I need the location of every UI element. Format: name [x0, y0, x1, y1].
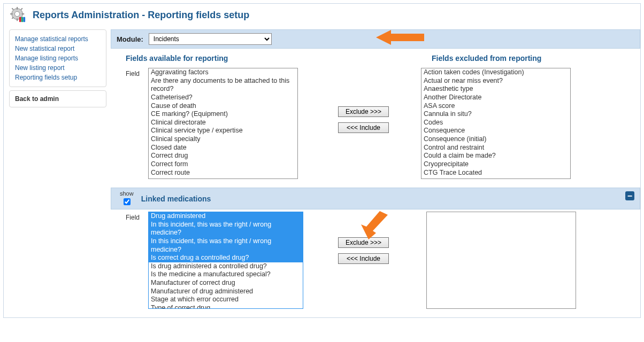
list-item[interactable]: Is the medicine a manufactured special?	[149, 270, 303, 279]
list-item[interactable]: Anaesthetic type	[421, 85, 570, 94]
list-item[interactable]: Cryoprecipitate	[421, 160, 570, 169]
svg-rect-11	[21, 17, 24, 22]
list-item[interactable]: Could a claim be made?	[421, 152, 570, 160]
include-button-1[interactable]: <<< Include	[338, 122, 389, 133]
linked-excluded-listbox[interactable]	[426, 212, 576, 309]
exclude-button-1[interactable]: Exclude >>>	[338, 106, 389, 117]
excluded-title: Fields excluded from reporting	[432, 49, 640, 66]
list-item[interactable]: ASA score	[421, 102, 570, 111]
list-item[interactable]: Clinical service type / expertise	[149, 127, 297, 135]
field-label-available: Field	[116, 68, 148, 77]
include-button-2[interactable]: <<< Include	[338, 253, 389, 264]
linked-title: Linked medications	[141, 195, 211, 203]
back-to-admin-link[interactable]: Back to admin	[9, 90, 106, 107]
list-item[interactable]: CTG Trace Located	[421, 169, 570, 177]
module-select[interactable]: Incidents	[149, 33, 272, 45]
list-item[interactable]: In this incident, this was the right / w…	[149, 237, 303, 254]
collapse-button[interactable]: −	[625, 191, 634, 200]
linked-header: show Linked medications −	[111, 188, 640, 209]
linked-listbox[interactable]: Drug administeredIn this incident, this …	[148, 212, 303, 309]
svg-rect-10	[19, 17, 21, 22]
annotation-arrow-module	[376, 29, 424, 46]
module-bar: Module: Incidents	[111, 29, 640, 49]
available-title: Fields available for reporting	[111, 49, 432, 66]
list-item[interactable]: Is drug administered a controlled drug?	[149, 262, 303, 271]
svg-rect-2	[17, 19, 18, 21]
svg-point-9	[14, 11, 19, 16]
show-checkbox[interactable]	[124, 198, 131, 205]
annotation-arrow-exclude	[361, 209, 393, 239]
list-item[interactable]: Consequence (initial)	[421, 135, 570, 144]
list-item[interactable]: Type of correct drug	[149, 304, 303, 309]
list-item[interactable]: Another Directorate	[421, 94, 570, 102]
sidebar: Manage statistical reports New statistic…	[4, 29, 111, 112]
list-item[interactable]: Codes	[421, 119, 570, 127]
list-item[interactable]: Closed date	[149, 144, 297, 152]
list-item[interactable]: Cause of death	[149, 102, 297, 111]
svg-marker-14	[361, 211, 388, 239]
list-item[interactable]: Stage at which error occurred	[149, 296, 303, 304]
list-item[interactable]: Manufacturer of drug administered	[149, 287, 303, 296]
sidebar-item-new-statistical[interactable]: New statistical report	[15, 44, 101, 53]
sidebar-item-reporting-fields[interactable]: Reporting fields setup	[15, 73, 101, 82]
list-item[interactable]: Actual or near miss event?	[421, 77, 570, 86]
list-item[interactable]: Catheterised?	[149, 94, 297, 102]
list-item[interactable]: Is correct drug a controlled drug?	[149, 254, 303, 262]
svg-rect-4	[22, 13, 25, 14]
svg-rect-1	[17, 7, 18, 10]
svg-rect-3	[10, 13, 13, 14]
list-item[interactable]: Correct form	[149, 160, 297, 169]
page-title: Reports Administration - Reporting field…	[33, 10, 249, 21]
excluded-listbox[interactable]: Action taken codes (Investigation)Actual…	[421, 68, 571, 179]
list-item[interactable]: Correct route	[149, 169, 297, 177]
list-item[interactable]: Action taken codes (Investigation)	[421, 68, 570, 77]
list-item[interactable]: Consequence	[421, 127, 570, 135]
list-item[interactable]: Are there any documents to be attached t…	[149, 77, 297, 94]
show-label: show	[120, 190, 134, 197]
list-item[interactable]: Manufacturer of correct drug	[149, 279, 303, 287]
exclude-button-2[interactable]: Exclude >>>	[338, 237, 389, 248]
gear-icon	[10, 7, 26, 23]
list-item[interactable]: Cannula in situ?	[421, 110, 570, 119]
list-item[interactable]: In this incident, this was the right / w…	[149, 221, 303, 237]
svg-marker-13	[376, 30, 424, 45]
list-item[interactable]: Aggravating factors	[149, 68, 297, 77]
sidebar-item-manage-listing[interactable]: Manage listing reports	[15, 53, 101, 63]
list-item[interactable]: Correct drug	[149, 152, 297, 160]
sidebar-item-new-listing[interactable]: New listing report	[15, 63, 101, 73]
module-label: Module:	[117, 35, 143, 43]
list-item[interactable]: Drug administered	[149, 212, 303, 221]
list-item[interactable]: CE marking? (Equipment)	[149, 110, 297, 119]
list-item[interactable]: Control and restraint	[421, 144, 570, 152]
field-label-linked: Field	[116, 212, 148, 221]
list-item[interactable]: Clinical directorate	[149, 119, 297, 127]
svg-rect-12	[23, 17, 25, 22]
list-item[interactable]: Clinical specialty	[149, 135, 297, 144]
sidebar-item-manage-statistical[interactable]: Manage statistical reports	[15, 34, 101, 44]
available-listbox[interactable]: Aggravating factorsAre there any documen…	[148, 68, 298, 179]
